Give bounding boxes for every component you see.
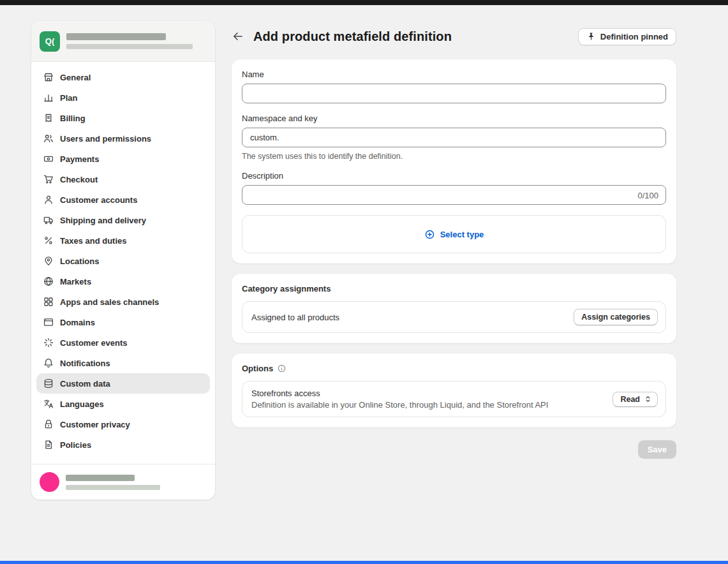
sidebar-item-policies[interactable]: Policies (36, 434, 210, 455)
sidebar-item-label: Plan (60, 93, 77, 103)
storefronts-access-text: Storefronts access Definition is availab… (251, 389, 548, 410)
sidebar-item-locations[interactable]: Locations (36, 251, 210, 271)
save-row: Save (232, 440, 676, 459)
sidebar-item-general[interactable]: General (36, 67, 210, 87)
window-top-bar (0, 0, 728, 5)
burst-icon (43, 337, 54, 348)
category-assignments-heading: Category assignments (242, 284, 666, 293)
select-type-box: Select type (242, 215, 666, 253)
bell-icon (43, 357, 54, 369)
storefronts-access-title: Storefronts access (251, 389, 548, 398)
sidebar-item-customer-privacy[interactable]: Customer privacy (36, 414, 210, 434)
sidebar-item-label: Taxes and duties (60, 236, 127, 246)
user-name-redacted (66, 475, 135, 481)
document-icon (43, 439, 54, 450)
options-heading: Options (242, 364, 273, 373)
sidebar-item-label: Markets (60, 277, 91, 286)
sidebar-item-label: Notifications (60, 359, 110, 368)
person-icon (43, 194, 54, 205)
select-type-button[interactable]: Select type (424, 229, 484, 240)
store-header[interactable]: Q( (31, 21, 215, 62)
store-icon (43, 71, 54, 83)
definition-form-card: Name Namespace and key The system uses t… (232, 59, 676, 263)
user-identity (66, 475, 160, 490)
settings-sidebar: Q( GeneralPlanBillingUsers and permissio… (31, 21, 215, 500)
user-email-redacted (66, 485, 160, 490)
arrow-left-icon (232, 30, 244, 43)
user-footer[interactable] (31, 464, 215, 500)
apps-grid-icon (43, 296, 54, 308)
store-url-redacted (66, 44, 193, 49)
receipt-icon (43, 112, 54, 124)
storefronts-access-description: Definition is available in your Online S… (251, 400, 548, 410)
sidebar-item-notifications[interactable]: Notifications (36, 353, 210, 373)
sidebar-item-users-and-permissions[interactable]: Users and permissions (36, 128, 210, 149)
user-avatar (40, 472, 59, 492)
description-input[interactable] (242, 185, 666, 205)
sidebar-item-label: Customer events (60, 338, 127, 348)
sidebar-item-customer-accounts[interactable]: Customer accounts (36, 189, 210, 210)
sidebar-item-languages[interactable]: Languages (36, 394, 210, 414)
map-pin-icon (43, 255, 54, 267)
sidebar-item-shipping-and-delivery[interactable]: Shipping and delivery (36, 210, 210, 230)
sidebar-item-label: Custom data (60, 379, 110, 389)
sidebar-item-taxes-and-duties[interactable]: Taxes and duties (36, 230, 210, 251)
namespace-field-group: Namespace and key The system uses this t… (242, 114, 666, 161)
store-name-redacted (66, 33, 166, 40)
save-button[interactable]: Save (638, 440, 676, 459)
browser-icon (43, 316, 54, 328)
namespace-input[interactable] (242, 128, 666, 147)
sidebar-item-markets[interactable]: Markets (36, 271, 210, 292)
sidebar-item-checkout[interactable]: Checkout (36, 169, 210, 189)
back-button[interactable] (232, 30, 244, 43)
name-label: Name (242, 70, 666, 79)
cart-icon (43, 174, 54, 185)
sidebar-nav: GeneralPlanBillingUsers and permissionsP… (31, 62, 215, 464)
storefronts-access-value: Read (620, 395, 640, 404)
sidebar-item-payments[interactable]: Payments (36, 149, 210, 169)
sidebar-item-label: Checkout (60, 175, 98, 184)
main-content: Add product metafield definition Definit… (232, 27, 676, 459)
info-icon[interactable] (277, 364, 286, 373)
chart-icon (43, 92, 54, 103)
truck-icon (43, 214, 54, 226)
sidebar-item-domains[interactable]: Domains (36, 312, 210, 332)
sidebar-item-custom-data[interactable]: Custom data (36, 373, 210, 394)
sidebar-item-label: Domains (60, 318, 95, 327)
sidebar-item-customer-events[interactable]: Customer events (36, 332, 210, 353)
sidebar-item-label: Customer accounts (60, 195, 137, 205)
sidebar-item-label: Payments (60, 154, 99, 164)
database-icon (43, 378, 54, 389)
sidebar-item-label: Shipping and delivery (60, 216, 146, 225)
sidebar-item-label: Billing (60, 114, 85, 123)
bottom-progress-bar (0, 561, 728, 564)
sidebar-item-plan[interactable]: Plan (36, 87, 210, 108)
page-title: Add product metafield definition (253, 29, 452, 44)
options-heading-row: Options (242, 364, 666, 373)
pin-icon (586, 32, 596, 41)
sidebar-item-label: General (60, 73, 91, 82)
sidebar-item-apps-and-sales-channels[interactable]: Apps and sales channels (36, 292, 210, 312)
description-field-group: Description 0/100 (242, 171, 666, 205)
name-input[interactable] (242, 84, 666, 103)
description-label: Description (242, 171, 666, 181)
category-assignment-row: Assigned to all products Assign categori… (242, 301, 666, 333)
sidebar-item-label: Apps and sales channels (60, 297, 159, 307)
sidebar-item-billing[interactable]: Billing (36, 108, 210, 128)
store-identity (66, 33, 193, 49)
name-field-group: Name (242, 70, 666, 103)
payments-icon (43, 153, 54, 165)
globe-icon (43, 276, 54, 287)
storefronts-access-select[interactable]: Read (613, 392, 658, 407)
users-icon (43, 133, 54, 144)
definition-pinned-label: Definition pinned (600, 32, 668, 41)
options-card: Options Storefronts access Definition is… (232, 353, 676, 427)
namespace-label: Namespace and key (242, 114, 666, 123)
assign-categories-button[interactable]: Assign categories (574, 309, 658, 325)
store-avatar: Q( (40, 31, 60, 52)
sidebar-item-label: Customer privacy (60, 420, 130, 429)
percent-icon (43, 235, 54, 246)
definition-pinned-button[interactable]: Definition pinned (578, 28, 676, 45)
plus-circle-icon (424, 229, 435, 240)
updown-chevron-icon (644, 395, 652, 403)
